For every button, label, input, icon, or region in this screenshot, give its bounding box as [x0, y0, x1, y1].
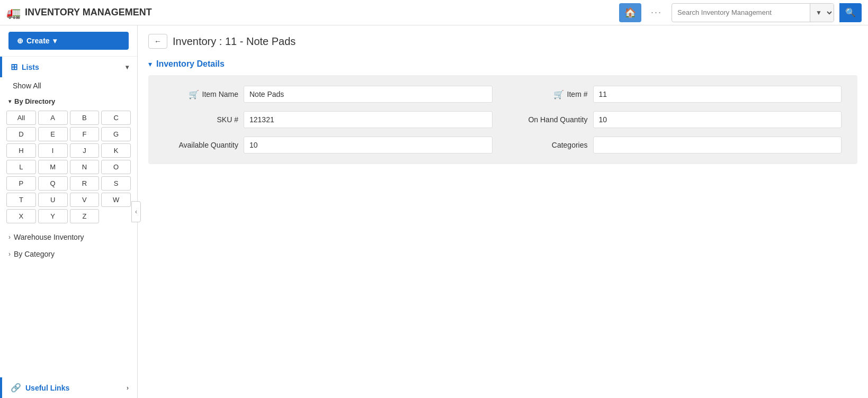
alpha-btn-v[interactable]: V — [70, 193, 100, 207]
more-options-button[interactable]: ··· — [647, 5, 666, 20]
sku-input[interactable] — [244, 111, 493, 128]
create-icon: ⊕ — [17, 37, 23, 45]
warehouse-inventory-item[interactable]: › Warehouse Inventory — [0, 229, 137, 246]
alpha-btn-d[interactable]: D — [6, 127, 36, 141]
item-hash-field: 🛒 Item # — [514, 86, 842, 103]
search-icon: 🔍 — [845, 7, 856, 17]
item-name-label: 🛒 Item Name — [164, 89, 238, 100]
inventory-details-section: ▾ Inventory Details 🛒 Item Name — [148, 59, 857, 164]
form-row-2: SKU # On Hand Quantity — [164, 111, 842, 128]
alpha-btn-a[interactable]: A — [38, 111, 68, 125]
alpha-btn-q[interactable]: Q — [38, 176, 68, 191]
create-label: Create — [26, 37, 50, 45]
collapse-chevron-icon: ‹ — [135, 208, 137, 215]
alpha-btn-r[interactable]: R — [70, 176, 100, 191]
alpha-btn-m[interactable]: M — [38, 160, 68, 174]
app-logo: 🚛 INVENTORY MANAGEMENT — [6, 6, 152, 20]
home-button[interactable]: 🏠 — [619, 3, 641, 22]
sku-field: SKU # — [164, 111, 493, 128]
alpha-btn-l[interactable]: L — [6, 160, 36, 174]
details-collapse-icon[interactable]: ▾ — [148, 60, 152, 68]
form-row-1: 🛒 Item Name 🛒 Item # — [164, 86, 842, 103]
useful-links-item[interactable]: 🔗 Useful Links › — [0, 377, 137, 398]
alpha-btn-w[interactable]: W — [101, 193, 131, 207]
alpha-btn-y[interactable]: Y — [38, 209, 68, 223]
alpha-btn-g[interactable]: G — [101, 127, 131, 141]
alpha-btn-h[interactable]: H — [6, 143, 36, 158]
lists-label: Lists — [22, 63, 39, 71]
sidebar: ⊕ Create ▾ ⊞ Lists ▾ Show All ▾ By Direc… — [0, 25, 138, 398]
alpha-btn-b[interactable]: B — [70, 111, 100, 125]
lists-chevron-icon: ▾ — [126, 64, 129, 71]
item-hash-input[interactable] — [593, 86, 842, 103]
show-all-item[interactable]: Show All — [0, 77, 137, 94]
form-row-3: Available Quantity Categories — [164, 137, 842, 153]
categories-field: Categories — [514, 137, 842, 153]
alpha-btn-o[interactable]: O — [101, 160, 131, 174]
back-button[interactable]: ← — [148, 34, 167, 49]
cart-icon-2: 🛒 — [553, 89, 564, 100]
home-icon: 🏠 — [624, 7, 636, 19]
search-wrapper: ▼ — [672, 3, 834, 22]
alpha-btn-f[interactable]: F — [70, 127, 100, 141]
main-content: ← Inventory : 11 - Note Pads ▾ Inventory… — [138, 25, 868, 398]
by-directory-label: By Directory — [14, 97, 55, 105]
search-input[interactable] — [672, 8, 810, 16]
lists-section: ⊞ Lists ▾ Show All ▾ By Directory AllABC… — [0, 56, 137, 229]
warehouse-inventory-label: Warehouse Inventory — [14, 233, 84, 241]
alpha-btn-i[interactable]: I — [38, 143, 68, 158]
search-button[interactable]: 🔍 — [839, 3, 862, 22]
back-icon: ← — [154, 37, 162, 46]
warehouse-expand-icon: › — [8, 233, 11, 241]
page-title-bar: ← Inventory : 11 - Note Pads — [148, 34, 857, 49]
more-dots-icon: ··· — [651, 7, 662, 17]
alpha-btn-x[interactable]: X — [6, 209, 36, 223]
cart-icon-1: 🛒 — [189, 89, 199, 100]
page-title: Inventory : 11 - Note Pads — [173, 35, 296, 48]
search-dropdown[interactable]: ▼ — [810, 4, 834, 22]
alpha-btn-u[interactable]: U — [38, 193, 68, 207]
lists-section-header[interactable]: ⊞ Lists ▾ — [0, 57, 137, 77]
category-expand-icon: › — [8, 250, 11, 258]
available-qty-input[interactable] — [244, 137, 493, 153]
categories-label: Categories — [514, 141, 588, 149]
alpha-btn-n[interactable]: N — [70, 160, 100, 174]
alpha-btn-t[interactable]: T — [6, 193, 36, 207]
alpha-btn-z[interactable]: Z — [70, 209, 100, 223]
by-category-item[interactable]: › By Category — [0, 246, 137, 263]
alpha-btn-p[interactable]: P — [6, 176, 36, 191]
create-dropdown-icon: ▾ — [53, 37, 57, 45]
item-name-input[interactable] — [244, 86, 493, 103]
link-icon: 🔗 — [11, 383, 21, 393]
create-button[interactable]: ⊕ Create ▾ — [8, 32, 129, 50]
alpha-btn-all[interactable]: All — [6, 111, 36, 125]
alpha-btn-j[interactable]: J — [70, 143, 100, 158]
alpha-btn-e[interactable]: E — [38, 127, 68, 141]
sidebar-collapse-handle[interactable]: ‹ — [131, 201, 141, 222]
available-qty-label: Available Quantity — [164, 141, 238, 149]
lists-grid-icon: ⊞ — [11, 62, 17, 72]
item-name-field: 🛒 Item Name — [164, 86, 493, 103]
alpha-grid: AllABCDEFGHIJKLMNOPQRSTUVWXYZ — [0, 107, 137, 229]
on-hand-qty-field: On Hand Quantity — [514, 111, 842, 128]
details-section-header: ▾ Inventory Details — [148, 59, 857, 69]
alpha-btn-s[interactable]: S — [101, 176, 131, 191]
useful-links-label: Useful Links — [25, 384, 69, 392]
alpha-btn-c[interactable]: C — [101, 111, 131, 125]
by-category-label: By Category — [14, 250, 55, 258]
sku-label: SKU # — [164, 115, 238, 124]
categories-input[interactable] — [593, 137, 842, 153]
content-inner: ← Inventory : 11 - Note Pads ▾ Inventory… — [138, 25, 868, 398]
details-form: 🛒 Item Name 🛒 Item # — [148, 75, 857, 164]
on-hand-qty-label: On Hand Quantity — [514, 115, 588, 124]
show-all-label: Show All — [13, 82, 41, 90]
main-layout: ⊕ Create ▾ ⊞ Lists ▾ Show All ▾ By Direc… — [0, 25, 868, 398]
on-hand-qty-input[interactable] — [593, 111, 842, 128]
truck-icon: 🚛 — [6, 6, 21, 20]
available-qty-field: Available Quantity — [164, 137, 493, 153]
by-directory-item[interactable]: ▾ By Directory — [0, 94, 137, 107]
top-header: 🚛 INVENTORY MANAGEMENT 🏠 ··· ▼ 🔍 — [0, 0, 868, 25]
alpha-btn-k[interactable]: K — [101, 143, 131, 158]
useful-links-arrow-icon: › — [127, 384, 129, 392]
item-hash-label: 🛒 Item # — [514, 89, 588, 100]
